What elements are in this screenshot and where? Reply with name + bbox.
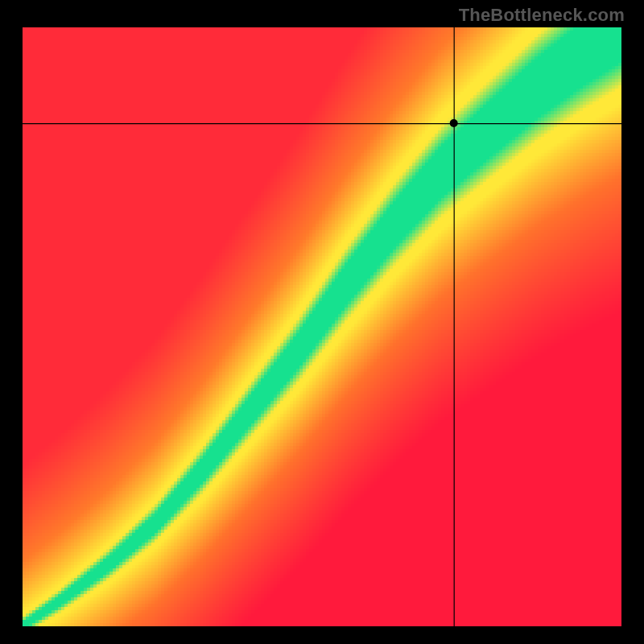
watermark-text: TheBottleneck.com: [459, 5, 625, 26]
crosshair-overlay: [23, 27, 621, 626]
stage: TheBottleneck.com: [0, 0, 644, 644]
heatmap-plot: [23, 27, 621, 626]
